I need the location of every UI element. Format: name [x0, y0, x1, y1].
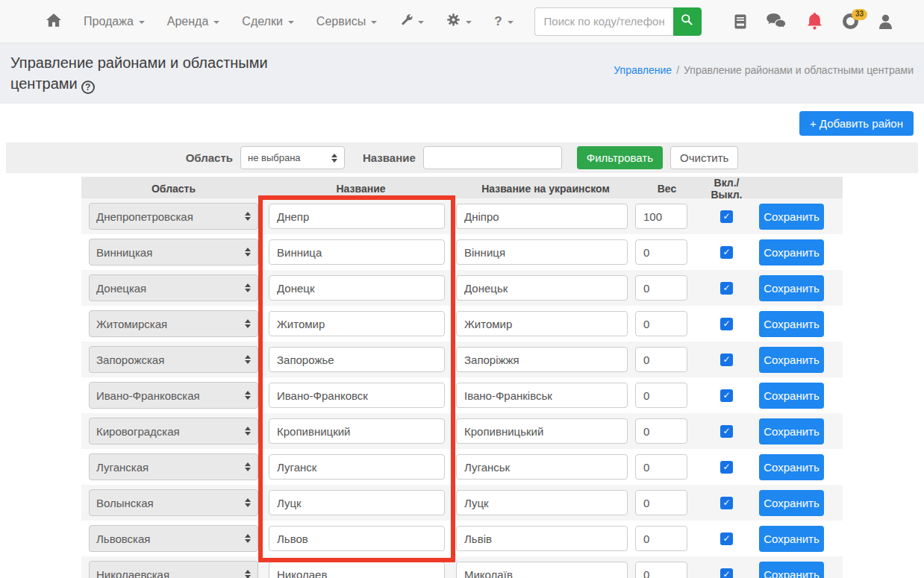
journal-icon[interactable]	[734, 14, 746, 29]
weight-input[interactable]	[635, 347, 687, 372]
save-button[interactable]: Сохранить	[759, 347, 824, 373]
home-button[interactable]	[46, 13, 61, 30]
name-ua-input[interactable]	[456, 526, 628, 551]
name-input[interactable]	[269, 418, 445, 444]
weight-input[interactable]	[635, 383, 687, 408]
chat-icon[interactable]	[767, 13, 787, 29]
save-button[interactable]: Сохранить	[759, 454, 824, 480]
enabled-checkbox[interactable]: ✓	[720, 389, 733, 402]
user-icon[interactable]	[878, 14, 893, 29]
menu-sdelki[interactable]: Сделки	[242, 15, 294, 28]
weight-input[interactable]	[635, 275, 687, 301]
region-select[interactable]: Донецкая	[89, 274, 258, 301]
enabled-checkbox[interactable]: ✓	[720, 533, 733, 545]
name-ua-input[interactable]	[456, 490, 628, 515]
search-button[interactable]	[673, 7, 702, 36]
name-input[interactable]	[269, 347, 445, 372]
name-input[interactable]	[269, 490, 445, 515]
name-input[interactable]	[269, 526, 445, 551]
region-select[interactable]: Запорожская	[89, 346, 258, 373]
weight-input[interactable]	[635, 239, 687, 265]
menu-help[interactable]: ?	[494, 14, 513, 29]
region-select[interactable]: Луганская	[89, 453, 258, 480]
search-input[interactable]	[534, 7, 673, 36]
filter-clear-button[interactable]: Очистить	[670, 146, 738, 169]
name-input[interactable]	[269, 562, 445, 578]
enabled-checkbox[interactable]: ✓	[720, 318, 733, 330]
weight-input[interactable]	[635, 204, 687, 229]
weight-input[interactable]	[635, 311, 687, 336]
menu-prodazha[interactable]: Продажа	[84, 15, 145, 28]
cell-name-ua	[456, 490, 635, 515]
header-enabled: Вкл./Выкл.	[699, 177, 755, 201]
name-ua-input[interactable]	[456, 418, 628, 444]
name-input[interactable]	[269, 454, 445, 480]
save-button[interactable]: Сохранить	[759, 204, 824, 230]
menu-label: Сервисы	[316, 15, 366, 28]
page-title-text: Управление районами и областными центрам…	[10, 54, 268, 92]
save-button[interactable]: Сохранить	[759, 490, 824, 516]
add-district-button[interactable]: + Добавить район	[799, 111, 914, 136]
enabled-checkbox[interactable]: ✓	[720, 246, 733, 259]
name-ua-input[interactable]	[456, 562, 628, 578]
breadcrumb-link-upravlenie[interactable]: Управление	[614, 64, 672, 76]
save-button[interactable]: Сохранить	[759, 526, 824, 552]
region-select[interactable]: Николаевская	[89, 561, 258, 578]
filter-name-input[interactable]	[423, 146, 562, 169]
name-input[interactable]	[269, 239, 445, 265]
weight-input[interactable]	[635, 418, 687, 444]
name-input[interactable]	[269, 383, 445, 408]
weight-input[interactable]	[635, 490, 687, 515]
name-input[interactable]	[269, 311, 445, 336]
name-ua-input[interactable]	[456, 347, 628, 372]
save-button[interactable]: Сохранить	[759, 562, 824, 578]
help-circle-icon[interactable]: ?	[81, 81, 95, 94]
name-ua-input[interactable]	[456, 239, 628, 265]
weight-input[interactable]	[635, 526, 687, 551]
region-select[interactable]: Ивано-Франковская	[89, 382, 258, 409]
table-row: Волынская✓Сохранить	[81, 485, 843, 521]
filter-region-select[interactable]: не выбрана	[240, 146, 345, 169]
enabled-checkbox[interactable]: ✓	[720, 210, 733, 223]
menu-servisy[interactable]: Сервисы	[316, 15, 377, 28]
weight-input[interactable]	[635, 454, 687, 480]
name-ua-input[interactable]	[456, 311, 628, 336]
region-select[interactable]: Днепропетровская	[89, 203, 258, 230]
notifications-ring-icon[interactable]: 33	[843, 13, 858, 29]
save-button[interactable]: Сохранить	[759, 383, 824, 409]
cell-region: Волынская	[81, 489, 266, 516]
enabled-checkbox[interactable]: ✓	[720, 461, 733, 474]
menu-settings[interactable]	[446, 13, 472, 30]
enabled-checkbox[interactable]: ✓	[720, 282, 733, 295]
region-select[interactable]: Львовская	[89, 525, 258, 552]
weight-input[interactable]	[635, 562, 687, 578]
cell-name	[266, 526, 456, 551]
save-button[interactable]: Сохранить	[759, 418, 824, 445]
enabled-checkbox[interactable]: ✓	[720, 425, 733, 438]
name-input[interactable]	[269, 204, 445, 229]
name-ua-input[interactable]	[456, 204, 628, 229]
bell-icon[interactable]	[807, 13, 822, 30]
region-select[interactable]: Винницкая	[89, 239, 258, 266]
enabled-checkbox[interactable]: ✓	[720, 354, 733, 366]
cell-region: Львовская	[81, 525, 266, 552]
name-ua-input[interactable]	[456, 383, 628, 408]
filter-submit-button[interactable]: Фильтровать	[577, 146, 663, 169]
name-input[interactable]	[269, 275, 445, 301]
enabled-checkbox[interactable]: ✓	[720, 568, 733, 578]
region-select[interactable]: Житомирская	[89, 310, 258, 337]
save-button[interactable]: Сохранить	[759, 239, 824, 266]
name-ua-input[interactable]	[456, 454, 628, 480]
menu-arenda[interactable]: Аренда	[167, 15, 220, 28]
chevron-down-icon	[288, 21, 294, 24]
save-button[interactable]: Сохранить	[759, 311, 824, 337]
region-select-value: Запорожская	[96, 354, 164, 366]
menu-tools[interactable]	[399, 13, 424, 30]
save-button[interactable]: Сохранить	[759, 275, 824, 301]
help-label: ?	[494, 14, 502, 29]
region-select[interactable]: Кировоградская	[89, 418, 258, 445]
chevron-down-icon	[139, 21, 145, 24]
region-select[interactable]: Волынская	[89, 489, 258, 516]
name-ua-input[interactable]	[456, 275, 628, 301]
enabled-checkbox[interactable]: ✓	[720, 497, 733, 509]
